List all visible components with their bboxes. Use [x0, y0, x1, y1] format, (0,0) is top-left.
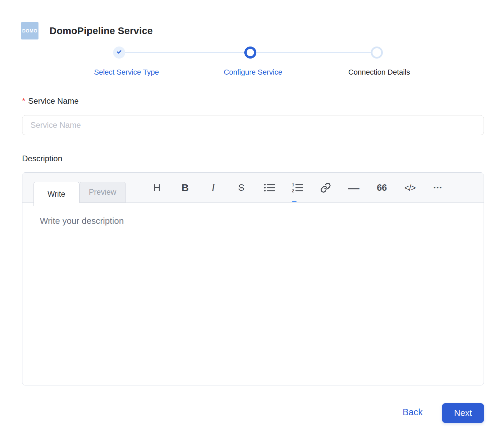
tab-write-label: Write: [48, 190, 65, 199]
strikethrough-icon[interactable]: S: [235, 182, 248, 193]
step-1-completed-circle[interactable]: [113, 47, 125, 59]
step-1-label[interactable]: Select Service Type: [94, 68, 159, 77]
formatting-toolbar: H B I S 1 2: [150, 173, 445, 203]
heading-icon[interactable]: H: [150, 182, 164, 193]
description-label-text: Description: [22, 154, 62, 163]
markdown-editor: Write Preview H B I S 1: [22, 172, 484, 385]
wizard-stepper: Select Service Type Configure Service Co…: [0, 0, 504, 80]
bold-icon[interactable]: B: [178, 182, 192, 193]
required-asterisk: *: [22, 96, 25, 106]
code-icon[interactable]: </>: [403, 183, 417, 193]
quote-icon[interactable]: 66: [375, 183, 389, 193]
svg-text:2: 2: [292, 188, 294, 193]
tab-write[interactable]: Write: [33, 182, 79, 206]
tab-preview-label: Preview: [89, 188, 116, 197]
next-button[interactable]: Next: [442, 403, 484, 423]
editor-toolbar-header: Write Preview H B I S 1: [22, 173, 484, 203]
horizontal-rule-icon[interactable]: —: [347, 181, 360, 194]
service-name-input[interactable]: [22, 115, 484, 135]
stepper-connector-1: [124, 52, 245, 53]
stepper-connector-2: [256, 52, 371, 53]
checkmark-icon: [116, 49, 122, 57]
unordered-list-icon[interactable]: [263, 183, 276, 193]
description-label: Description: [22, 154, 62, 163]
ordered-list-active-indicator: [292, 201, 297, 202]
step-2-label[interactable]: Configure Service: [224, 68, 282, 77]
step-3-label[interactable]: Connection Details: [348, 68, 410, 77]
step-3-pending-circle[interactable]: [371, 47, 383, 59]
ordered-list-icon[interactable]: 1 2: [291, 183, 304, 193]
svg-text:1: 1: [292, 183, 294, 187]
link-icon[interactable]: [319, 182, 332, 193]
step-2-active-circle[interactable]: [244, 47, 256, 59]
service-name-label: * Service Name: [22, 96, 79, 106]
italic-icon[interactable]: I: [206, 182, 220, 194]
description-textarea[interactable]: [22, 203, 484, 385]
tab-preview[interactable]: Preview: [79, 182, 126, 203]
service-name-label-text: Service Name: [28, 96, 79, 106]
back-button[interactable]: Back: [403, 407, 423, 418]
more-icon[interactable]: •••: [431, 184, 445, 191]
